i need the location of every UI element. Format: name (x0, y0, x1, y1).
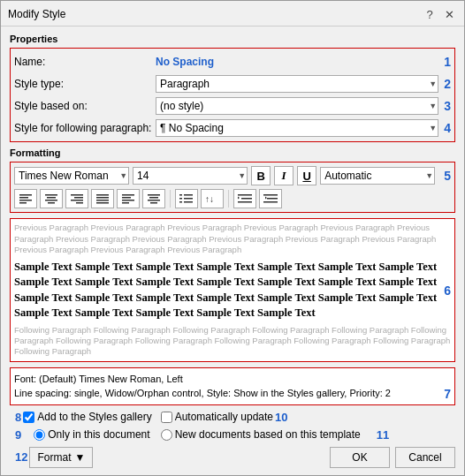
style-following-select[interactable]: ¶ No Spacing (156, 119, 438, 137)
properties-label: Properties (10, 34, 455, 44)
close-button[interactable]: ✕ (441, 6, 457, 22)
svg-rect-1 (19, 197, 28, 199)
italic-button[interactable]: I (274, 166, 293, 185)
dialog-title: Modify Style (8, 8, 65, 20)
svg-rect-15 (96, 202, 109, 204)
svg-rect-31 (238, 194, 252, 196)
badge-11: 11 (377, 428, 389, 442)
title-bar: Modify Style ? ✕ (1, 1, 464, 26)
add-gallery-checkbox-label[interactable]: Add to the Styles gallery (23, 411, 151, 423)
only-document-radio-label[interactable]: Only in this document (34, 428, 149, 441)
options-row-radios: 9 Only in this document New documents ba… (10, 428, 455, 442)
style-based-select-wrapper: (no style) ▼ (156, 97, 438, 115)
svg-rect-22 (148, 200, 160, 201)
indent-decrease-button[interactable] (233, 189, 256, 208)
svg-rect-0 (19, 194, 32, 196)
style-type-label: Style type: (14, 78, 156, 90)
svg-rect-16 (122, 194, 134, 196)
svg-rect-14 (96, 200, 109, 201)
align-center2-button[interactable] (142, 189, 165, 208)
info-text-1: Font: (Default) Times New Roman, Left (14, 372, 451, 387)
underline-button[interactable]: U (297, 166, 316, 185)
svg-rect-37 (263, 201, 278, 203)
svg-rect-12 (96, 194, 109, 196)
svg-rect-8 (71, 194, 83, 196)
svg-rect-35 (263, 194, 278, 196)
color-select[interactable]: Automatic (320, 167, 435, 185)
help-button[interactable]: ? (422, 6, 438, 22)
style-type-select[interactable]: Paragraph (156, 75, 438, 93)
badge-5: 5 (444, 169, 451, 183)
badge-4: 4 (444, 121, 451, 135)
bold-button[interactable]: B (251, 166, 271, 185)
align-left-button[interactable] (14, 189, 37, 208)
name-label: Name: (14, 56, 156, 68)
preview-following-text: Following Paragraph Following Paragraph … (14, 325, 451, 358)
format-row-2: ↑↓ (14, 189, 451, 208)
style-type-row: Style type: Paragraph ▼ 2 (14, 74, 451, 94)
svg-marker-38 (265, 197, 267, 200)
dialog-body: Properties Name: 1 Style type: Paragraph… (1, 26, 464, 474)
svg-rect-25 (184, 194, 193, 196)
svg-rect-19 (122, 202, 129, 204)
svg-rect-17 (122, 197, 131, 199)
svg-rect-36 (267, 198, 278, 200)
svg-rect-28 (179, 201, 182, 203)
badge-6: 6 (444, 283, 451, 298)
new-documents-label: New documents based on this template (175, 428, 361, 441)
list-button-1[interactable] (175, 189, 198, 208)
svg-rect-3 (19, 202, 27, 204)
only-document-radio[interactable] (34, 429, 45, 441)
bottom-row: 12 Format ▼ OK Cancel (10, 447, 455, 468)
add-gallery-wrapper: 8 Add to the Styles gallery (10, 411, 152, 424)
svg-marker-34 (238, 197, 240, 200)
align-center-button[interactable] (40, 189, 63, 208)
preview-sample-text: Sample Text Sample Text Sample Text Samp… (14, 260, 451, 321)
preview-section: Previous Paragraph Previous Paragraph Pr… (10, 218, 455, 361)
badge-3: 3 (444, 99, 451, 113)
formatting-section: Times New Roman ▼ 14 ▼ B I U Automatic (10, 162, 455, 213)
indent-increase-button[interactable] (259, 189, 282, 208)
format-dropdown-arrow: ▼ (74, 451, 85, 464)
color-select-wrapper: Automatic ▼ (320, 167, 435, 185)
align-right-button[interactable] (65, 189, 88, 208)
size-select[interactable]: 14 (133, 167, 248, 185)
svg-rect-23 (150, 202, 157, 204)
align-justify-button[interactable] (91, 189, 114, 208)
ok-button[interactable]: OK (330, 447, 390, 468)
bottom-buttons: OK Cancel (330, 447, 455, 468)
info-text-2: Line spacing: single, Widow/Orphan contr… (14, 386, 451, 401)
style-type-select-wrapper: Paragraph ▼ (156, 75, 438, 93)
badge-12: 12 (15, 450, 27, 464)
new-documents-radio-label[interactable]: New documents based on this template (161, 428, 361, 441)
only-document-label: Only in this document (48, 428, 149, 441)
svg-rect-20 (148, 194, 160, 196)
auto-update-label: Automatically update (175, 411, 273, 423)
title-controls: ? ✕ (422, 6, 457, 22)
auto-update-checkbox-label[interactable]: Automatically update (161, 411, 273, 423)
svg-text:↑↓: ↑↓ (205, 194, 214, 204)
badge-2: 2 (444, 77, 451, 91)
style-based-select[interactable]: (no style) (156, 97, 438, 115)
style-following-row: Style for following paragraph: ¶ No Spac… (14, 118, 451, 138)
auto-update-checkbox[interactable] (161, 412, 172, 423)
separator-1 (170, 190, 171, 208)
svg-rect-33 (238, 201, 252, 203)
add-gallery-checkbox[interactable] (23, 412, 34, 423)
cancel-button[interactable]: Cancel (395, 447, 455, 468)
modify-style-dialog: Modify Style ? ✕ Properties Name: 1 Styl… (0, 0, 465, 475)
format-dropdown-button[interactable]: Format ▼ (29, 447, 93, 468)
svg-rect-2 (19, 200, 32, 201)
badge-9: 9 (15, 428, 21, 442)
badge-10: 10 (275, 411, 287, 424)
list-button-2[interactable]: ↑↓ (201, 189, 224, 208)
separator-2 (228, 190, 229, 208)
name-input[interactable] (156, 53, 438, 71)
svg-rect-26 (179, 198, 182, 200)
name-row: Name: 1 (14, 52, 451, 72)
style-following-label: Style for following paragraph: (14, 122, 156, 134)
new-documents-radio[interactable] (161, 429, 172, 441)
svg-rect-24 (179, 194, 182, 196)
align-left2-button[interactable] (117, 189, 140, 208)
font-select[interactable]: Times New Roman (14, 167, 129, 185)
